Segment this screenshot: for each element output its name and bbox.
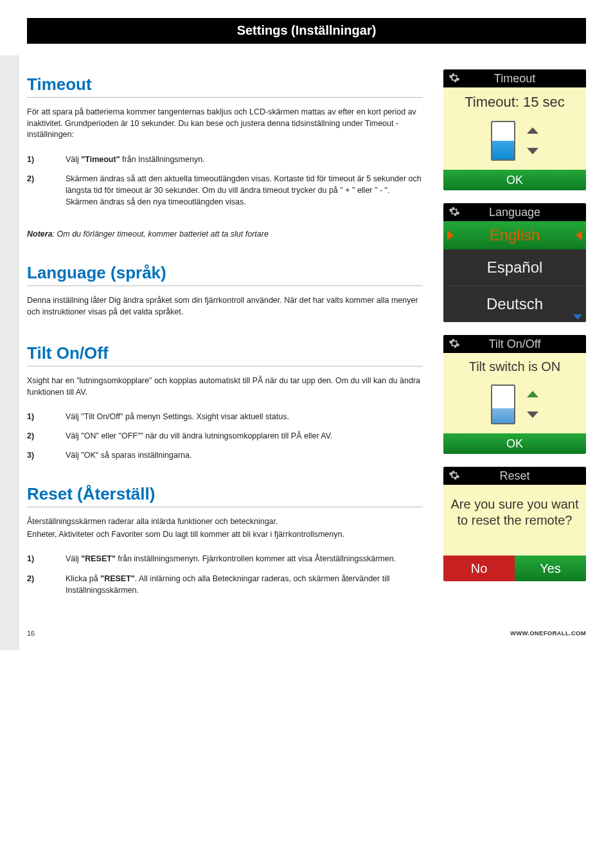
tilt-step-2: 2) Välj "ON" eller "OFF"" när du vill än…: [27, 426, 423, 446]
panel-header-reset: Reset: [443, 467, 586, 485]
language-intro: Denna inställning låter Dig ändra språke…: [27, 295, 423, 318]
section-heading-timeout: Timeout: [27, 75, 423, 98]
no-button[interactable]: No: [443, 556, 515, 581]
language-selected-row[interactable]: English: [443, 221, 586, 249]
tilt-steps: 1) Välj "Tilt On/Off" på menyn Settings.…: [27, 407, 423, 465]
reset-prompt: Are you sure you want to reset the remot…: [443, 485, 586, 556]
ok-button[interactable]: OK: [443, 433, 586, 454]
slider-fill: [492, 408, 514, 423]
tilt-slider-row: [443, 379, 586, 433]
timeout-note: Notera: Om du förlänger timeout, kommer …: [27, 230, 423, 239]
step-number: 1): [27, 553, 45, 565]
reset-intro-1: Återställningsskärmen raderar alla inlär…: [27, 516, 423, 528]
tilt-intro: Xsight har en "lutningsomkopplare" och k…: [27, 375, 423, 398]
language-option-espanol[interactable]: Español: [443, 249, 586, 286]
slider-arrows: [527, 391, 538, 418]
right-column: Timeout Timeout: 15 sec OK: [443, 69, 586, 581]
content-row: Timeout För att spara på batterierna kom…: [27, 69, 586, 618]
panel-title: Reset: [443, 469, 586, 483]
tilt-step-1: 1) Välj "Tilt On/Off" på menyn Settings.…: [27, 407, 423, 426]
arrow-up-icon[interactable]: [527, 391, 538, 397]
panel-title: Language: [443, 206, 586, 219]
step-body: Välj "Timeout" från Inställningsmenyn.: [66, 154, 423, 165]
step-body: Välj "ON" eller "OFF"" när du vill ändra…: [66, 430, 423, 442]
arrow-down-icon[interactable]: [527, 411, 538, 418]
language-options: Español Deutsch: [443, 249, 586, 322]
timeout-slider-row: [443, 116, 586, 170]
slider-arrows: [527, 127, 538, 154]
panel-title: Tilt On/Off: [443, 338, 586, 351]
arrow-down-icon[interactable]: [527, 148, 538, 154]
reset-step-1: 1) Välj "RESET" från inställningsmenyn. …: [27, 549, 423, 568]
step-body: Skärmen ändras så att den aktuella timeo…: [66, 173, 423, 208]
panel-reset: Reset Are you sure you want to reset the…: [443, 467, 586, 581]
decorative-stripe: [0, 55, 19, 650]
arrow-up-icon[interactable]: [527, 127, 538, 134]
chevron-right-icon[interactable]: [576, 230, 582, 240]
step-number: 1): [27, 411, 45, 422]
language-option-deutsch[interactable]: Deutsch: [443, 286, 586, 322]
panel-header-timeout: Timeout: [443, 69, 586, 87]
panel-header-language: Language: [443, 203, 586, 221]
step-number: 2): [27, 430, 45, 442]
timeout-step-2: 2) Skärmen ändras så att den aktuella ti…: [27, 169, 423, 212]
timeout-step-1: 1) Välj "Timeout" från Inställningsmenyn…: [27, 150, 423, 169]
timeout-value-label: Timeout: 15 sec: [443, 93, 586, 116]
step-number: 2): [27, 573, 45, 596]
gear-icon: [449, 338, 460, 349]
left-column: Timeout För att spara på batterierna kom…: [27, 69, 423, 618]
page-header-bar: Settings (Inställningar): [27, 18, 586, 44]
yes-button[interactable]: Yes: [515, 556, 586, 581]
step-body: Klicka på "RESET". All inlärning och all…: [66, 573, 423, 596]
page-header-title: Settings (Inställningar): [237, 23, 377, 38]
footer-url: WWW.ONEFORALL.COM: [510, 629, 586, 637]
reset-intro-2: Enheter, Aktiviteter och Favoriter som D…: [27, 529, 423, 541]
gear-icon: [449, 469, 460, 481]
reset-steps: 1) Välj "RESET" från inställningsmenyn. …: [27, 549, 423, 599]
language-selected-label: English: [490, 226, 540, 244]
panel-header-tilt: Tilt On/Off: [443, 335, 586, 353]
step-number: 3): [27, 449, 45, 461]
section-heading-reset: Reset (Återställ): [27, 484, 423, 507]
panel-body: Tilt switch is ON: [443, 353, 586, 433]
scroll-down-icon[interactable]: [573, 314, 582, 320]
reset-buttons-row: No Yes: [443, 556, 586, 581]
panel-title: Timeout: [443, 72, 586, 86]
timeout-slider[interactable]: [491, 121, 515, 161]
panel-language: Language English Español Deutsch: [443, 203, 586, 322]
page-footer: 16 WWW.ONEFORALL.COM: [27, 629, 586, 637]
gear-icon: [449, 72, 460, 84]
slider-fill: [492, 141, 514, 159]
ok-button[interactable]: OK: [443, 170, 586, 190]
chevron-left-icon[interactable]: [447, 230, 454, 240]
step-body: Välj "OK" så sparas inställningarna.: [66, 449, 423, 461]
tilt-step-3: 3) Välj "OK" så sparas inställningarna.: [27, 446, 423, 465]
reset-step-2: 2) Klicka på "RESET". All inlärning och …: [27, 569, 423, 600]
panel-tilt: Tilt On/Off Tilt switch is ON OK: [443, 335, 586, 454]
step-number: 2): [27, 173, 45, 208]
timeout-steps: 1) Välj "Timeout" från Inställningsmenyn…: [27, 150, 423, 212]
step-body: Välj "RESET" från inställningsmenyn. Fjä…: [66, 553, 423, 565]
panel-timeout: Timeout Timeout: 15 sec OK: [443, 69, 586, 190]
step-number: 1): [27, 154, 45, 165]
tilt-status-label: Tilt switch is ON: [443, 358, 586, 379]
tilt-slider[interactable]: [491, 384, 515, 424]
page-number: 16: [27, 629, 35, 637]
step-body: Välj "Tilt On/Off" på menyn Settings. Xs…: [66, 411, 423, 422]
timeout-intro: För att spara på batterierna kommer tang…: [27, 107, 423, 141]
section-heading-language: Language (språk): [27, 263, 423, 286]
panel-body: Timeout: 15 sec: [443, 87, 586, 170]
gear-icon: [449, 206, 460, 217]
section-heading-tilt: Tilt On/Off: [27, 343, 423, 366]
